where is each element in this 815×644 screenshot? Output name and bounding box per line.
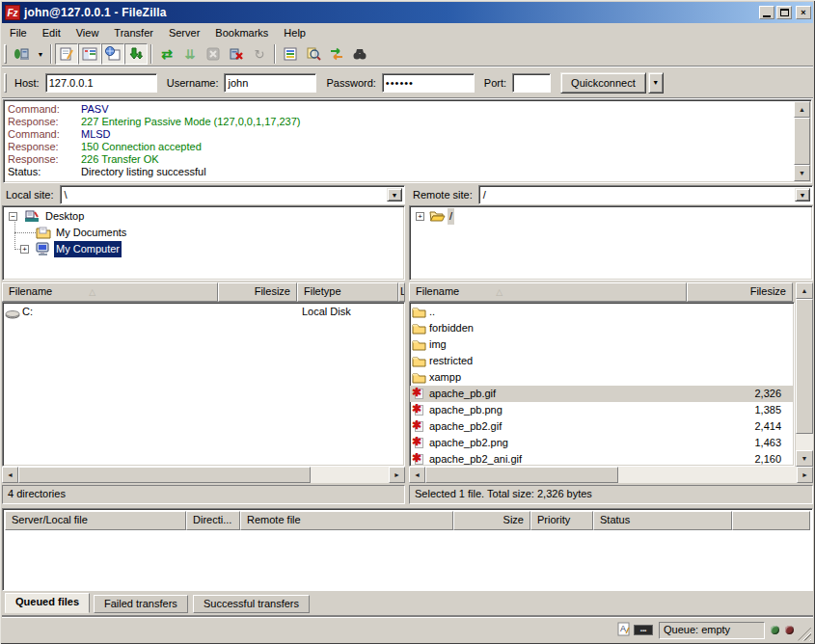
queue-col-status[interactable]: Status: [593, 511, 732, 530]
directory-comparison-button[interactable]: [302, 43, 325, 65]
remote-site-bar: Remote site: / ▼: [409, 184, 813, 205]
menu-bookmarks[interactable]: Bookmarks: [207, 25, 276, 40]
queue-tabstrip: Queued files Failed transfers Successful…: [2, 592, 813, 616]
port-input[interactable]: [512, 73, 551, 93]
scroll-left-button[interactable]: ◄: [2, 467, 18, 483]
scroll-thumb[interactable]: [796, 299, 813, 434]
cancel-operation-button[interactable]: [202, 43, 225, 65]
cancel-icon: [206, 47, 220, 61]
tab-failed-transfers[interactable]: Failed transfers: [94, 595, 188, 613]
quickconnect-grip[interactable]: [4, 73, 7, 93]
remote-file-list: Filename△ Filesize .. forbidden img rest…: [409, 282, 813, 484]
remote-col-filename[interactable]: Filename△: [409, 282, 687, 302]
remote-file-listbody[interactable]: .. forbidden img restricted xampp ✱ apac…: [409, 302, 795, 467]
tab-queued-files[interactable]: Queued files: [5, 593, 90, 613]
queue-col-size[interactable]: Size: [453, 511, 530, 530]
local-file-listbody[interactable]: C: Local Disk: [2, 302, 405, 467]
toggle-message-log-button[interactable]: [55, 43, 78, 65]
send-activity-led: [785, 626, 794, 634]
queue-col-priority[interactable]: Priority: [530, 511, 593, 530]
local-tree[interactable]: − Desktop My Documents + My Computer: [2, 205, 405, 281]
expand-icon[interactable]: +: [20, 245, 29, 254]
quickconnect-dropdown-button[interactable]: ▼: [648, 72, 664, 94]
refresh-button[interactable]: ⇄: [155, 43, 178, 65]
remote-col-filesize[interactable]: Filesize: [687, 282, 793, 302]
menu-help[interactable]: Help: [276, 25, 313, 40]
tab-successful-transfers[interactable]: Successful transfers: [193, 595, 310, 613]
queue-col-blank[interactable]: [732, 511, 810, 530]
queue-col-direction[interactable]: Directi...: [186, 511, 240, 530]
my-computer-icon: [36, 242, 51, 261]
expand-icon[interactable]: +: [416, 212, 424, 221]
scroll-right-button[interactable]: ►: [797, 467, 813, 483]
local-col-lastmodified[interactable]: L: [398, 282, 405, 302]
local-col-filesize[interactable]: Filesize: [218, 282, 297, 302]
synchronized-browsing-button[interactable]: [325, 43, 348, 65]
site-manager-button[interactable]: [11, 43, 34, 65]
remote-file-row[interactable]: ✱ apache_pb.png 1,385: [410, 402, 794, 418]
local-col-filetype[interactable]: Filetype: [297, 282, 398, 302]
scroll-up-button[interactable]: ▲: [796, 282, 813, 299]
scroll-down-button[interactable]: ▼: [796, 450, 813, 467]
remote-tree[interactable]: + /: [409, 205, 813, 281]
directory-listing-filters-button[interactable]: [279, 43, 302, 65]
pane-splitter[interactable]: [405, 184, 409, 505]
queue-col-server-local-file[interactable]: Server/Local file: [5, 511, 186, 530]
collapse-icon[interactable]: −: [9, 212, 17, 221]
scroll-right-button[interactable]: ►: [389, 467, 405, 483]
toggle-transfer-queue-button[interactable]: [124, 43, 148, 65]
scroll-thumb[interactable]: [425, 467, 618, 483]
scroll-down-button[interactable]: ▼: [794, 165, 810, 181]
local-site-combo[interactable]: \ ▼: [60, 185, 405, 204]
combo-dropdown-icon[interactable]: ▼: [795, 188, 810, 201]
password-input[interactable]: [382, 73, 475, 93]
log-line: Status:Directory listing successful: [8, 166, 788, 178]
remote-file-row[interactable]: xampp: [410, 369, 794, 386]
scroll-thumb[interactable]: [794, 118, 810, 165]
host-input[interactable]: [45, 73, 157, 93]
local-file-list: Filename△ Filesize Filetype L C: Local D…: [2, 282, 405, 484]
menu-edit[interactable]: Edit: [35, 25, 68, 40]
toggle-remote-tree-button[interactable]: [101, 43, 124, 65]
scroll-left-button[interactable]: ◄: [409, 467, 425, 483]
menu-file[interactable]: File: [2, 25, 35, 40]
scroll-thumb[interactable]: [18, 467, 311, 483]
transfer-queue[interactable]: Server/Local file Directi... Remote file…: [2, 508, 813, 591]
remote-file-row-selected[interactable]: ✱ apache_pb.gif 2,326: [410, 386, 794, 402]
process-queue-button[interactable]: ⇊: [178, 43, 202, 65]
maximize-button[interactable]: [776, 6, 792, 19]
toggle-local-tree-button[interactable]: [78, 43, 101, 65]
remote-file-row[interactable]: ✱ apache_pb2.png 1,463: [410, 435, 794, 451]
scroll-up-button[interactable]: ▲: [794, 101, 810, 118]
combo-dropdown-icon[interactable]: ▼: [387, 188, 402, 201]
menu-view[interactable]: View: [68, 25, 107, 40]
toolbar-separator: [50, 44, 52, 64]
minimize-button[interactable]: [759, 6, 774, 19]
find-files-button[interactable]: [348, 43, 371, 65]
statusbar: A ▪▪▪ Queue: empty: [2, 617, 813, 642]
window-resize-grip[interactable]: [798, 628, 811, 641]
disconnect-button[interactable]: [225, 43, 248, 65]
remote-file-row[interactable]: ✱ apache_pb2_ani.gif 2,160: [410, 451, 794, 467]
menu-server[interactable]: Server: [161, 25, 207, 40]
remote-file-row[interactable]: ✱ apache_pb2.gif 2,414: [410, 418, 794, 435]
menu-transfer[interactable]: Transfer: [106, 25, 161, 40]
remote-file-row[interactable]: restricted: [410, 353, 794, 369]
local-file-row[interactable]: C: Local Disk: [3, 304, 404, 320]
remote-file-row[interactable]: ..: [410, 304, 794, 320]
ascii-data-type-icon: A: [617, 622, 630, 638]
close-button[interactable]: ×: [796, 6, 811, 19]
message-log[interactable]: Command:PASV Response:227 Entering Passi…: [3, 99, 812, 183]
reconnect-button[interactable]: ↻: [248, 43, 271, 65]
site-manager-dropdown-button[interactable]: ▼: [34, 43, 47, 65]
toolbar-grip[interactable]: [4, 44, 7, 64]
remote-file-row[interactable]: forbidden: [410, 320, 794, 336]
queue-col-remote-file[interactable]: Remote file: [240, 511, 453, 530]
titlebar[interactable]: Fz john@127.0.0.1 - FileZilla ×: [2, 2, 813, 23]
remote-file-row[interactable]: img: [410, 336, 794, 353]
toolbar: ▼ ⇄ ⇊ ↻: [2, 41, 813, 67]
quickconnect-button[interactable]: Quickconnect: [560, 72, 646, 94]
username-input[interactable]: [224, 73, 316, 93]
remote-site-combo[interactable]: / ▼: [478, 185, 813, 204]
local-col-filename[interactable]: Filename△: [2, 282, 218, 302]
